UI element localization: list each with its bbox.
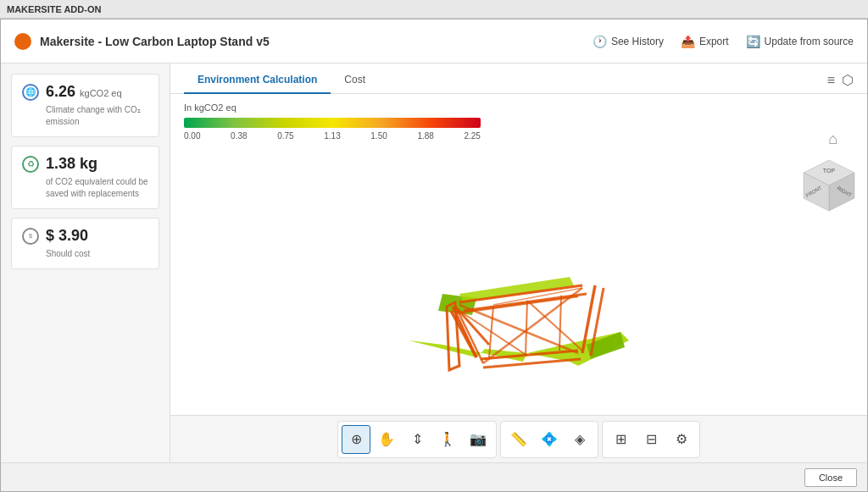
tick-5: 1.88 bbox=[417, 131, 433, 141]
co2-description: Climate change with CO₂ emission bbox=[46, 104, 148, 128]
section-tool-button[interactable]: ◈ bbox=[565, 425, 594, 454]
tab-cost[interactable]: Cost bbox=[331, 67, 379, 94]
tick-1: 0.38 bbox=[231, 131, 247, 141]
history-icon: 🕐 bbox=[593, 35, 607, 48]
tree-tool-button[interactable]: ⊞ bbox=[606, 425, 635, 454]
measurement-tool-group: 📏 💠 ◈ bbox=[500, 421, 598, 458]
cost-metric-card: $ $ 3.90 Should cost bbox=[11, 218, 159, 269]
svg-line-14 bbox=[483, 359, 581, 368]
svg-text:TOP: TOP bbox=[823, 168, 836, 174]
fit-tool-button[interactable]: 🚶 bbox=[433, 425, 462, 454]
scale-ticks: 0.00 0.38 0.75 1.13 1.50 1.88 2.25 bbox=[184, 131, 481, 141]
cost-metric-icon: $ bbox=[22, 228, 39, 245]
tick-3: 1.13 bbox=[324, 131, 340, 141]
title-bar: MAKERSITE ADD-ON bbox=[0, 0, 868, 19]
footer: Close bbox=[1, 462, 867, 491]
scale-bar-container: In kgCO2 eq 0.00 0.38 0.75 1.13 1.50 1.8… bbox=[170, 94, 867, 147]
right-panel: Environment Calculation Cost ≡ ⬡ In kgCO… bbox=[170, 64, 867, 462]
tabs-bar: Environment Calculation Cost ≡ ⬡ bbox=[170, 64, 867, 94]
model-container[interactable]: ⌂ TOP RIGHT FRONT bbox=[170, 147, 867, 415]
savings-description: of CO2 equivalent could be saved with re… bbox=[46, 176, 148, 200]
see-history-button[interactable]: 🕐 See History bbox=[593, 35, 664, 48]
laptop-stand-model bbox=[358, 163, 680, 400]
savings-metric-icon: ♻ bbox=[22, 156, 39, 173]
cost-value: $ 3.90 bbox=[46, 227, 88, 245]
scale-bar-gradient bbox=[184, 118, 481, 128]
cost-description: Should cost bbox=[46, 248, 148, 260]
toolbar: ⊕ ✋ ⇕ 🚶 📷 📏 💠 ◈ ⊞ ⊟ bbox=[170, 415, 867, 462]
orbit-tool-button[interactable]: ⊕ bbox=[342, 425, 370, 454]
update-from-source-button[interactable]: 🔄 Update from source bbox=[746, 35, 854, 48]
tab-view-icons: ≡ ⬡ bbox=[827, 72, 854, 93]
navigation-tool-group: ⊕ ✋ ⇕ 🚶 📷 bbox=[337, 421, 497, 458]
tick-4: 1.50 bbox=[370, 131, 387, 141]
co2-metric-header: 🌐 6.26 kgCO2 eq bbox=[22, 83, 148, 101]
content-area: 🌐 6.26 kgCO2 eq Climate change with CO₂ … bbox=[1, 64, 867, 462]
makersite-logo bbox=[14, 33, 31, 50]
co2-metric-icon: 🌐 bbox=[22, 84, 39, 101]
savings-metric-card: ♻ 1.38 kg of CO2 equivalent could be sav… bbox=[11, 146, 159, 209]
svg-line-20 bbox=[526, 301, 527, 356]
settings-tool-button[interactable]: ⚙ bbox=[667, 425, 696, 454]
title-bar-text: MAKERSITE ADD-ON bbox=[7, 4, 101, 14]
pan-tool-button[interactable]: ✋ bbox=[372, 425, 401, 454]
header-actions: 🕐 See History 📤 Export 🔄 Update from sou… bbox=[593, 35, 854, 48]
home-icon[interactable]: ⌂ bbox=[828, 130, 837, 148]
view-tool-group: ⊞ ⊟ ⚙ bbox=[602, 421, 700, 458]
savings-value: 1.38 kg bbox=[46, 155, 97, 173]
co2-metric-card: 🌐 6.26 kgCO2 eq Climate change with CO₂ … bbox=[11, 74, 159, 137]
3d-view-icon[interactable]: ⬡ bbox=[842, 72, 854, 88]
view-cube[interactable]: ⌂ TOP RIGHT FRONT bbox=[799, 156, 859, 215]
export-button[interactable]: 📤 Export bbox=[681, 35, 729, 48]
view-area: In kgCO2 eq 0.00 0.38 0.75 1.13 1.50 1.8… bbox=[170, 94, 867, 462]
tab-environment-calculation[interactable]: Environment Calculation bbox=[184, 67, 331, 94]
refresh-icon: 🔄 bbox=[746, 35, 760, 48]
main-window: Makersite - Low Carbon Laptop Stand v5 🕐… bbox=[0, 19, 868, 492]
export-icon: 📤 bbox=[681, 35, 695, 48]
savings-metric-header: ♻ 1.38 kg bbox=[22, 155, 148, 173]
scale-label: In kgCO2 eq bbox=[184, 102, 854, 113]
layers-tool-button[interactable]: ⊟ bbox=[637, 425, 665, 454]
zoom-tool-button[interactable]: ⇕ bbox=[403, 425, 431, 454]
header: Makersite - Low Carbon Laptop Stand v5 🕐… bbox=[1, 19, 867, 64]
co2-unit: kgCO2 eq bbox=[80, 88, 122, 98]
co2-value: 6.26 kgCO2 eq bbox=[46, 83, 122, 101]
camera-tool-button[interactable]: 📷 bbox=[464, 425, 492, 454]
tick-0: 0.00 bbox=[184, 131, 200, 141]
left-panel: 🌐 6.26 kgCO2 eq Climate change with CO₂ … bbox=[1, 64, 170, 462]
close-button[interactable]: Close bbox=[804, 468, 857, 487]
list-view-icon[interactable]: ≡ bbox=[827, 73, 835, 88]
tick-6: 2.25 bbox=[464, 131, 480, 141]
tick-2: 0.75 bbox=[277, 131, 293, 141]
measure-tool-button[interactable]: 📏 bbox=[504, 425, 533, 454]
view-cube-svg: TOP RIGHT FRONT bbox=[799, 156, 859, 215]
explode-tool-button[interactable]: 💠 bbox=[535, 425, 564, 454]
header-title: Makersite - Low Carbon Laptop Stand v5 bbox=[40, 35, 593, 48]
cost-metric-header: $ $ 3.90 bbox=[22, 227, 148, 245]
